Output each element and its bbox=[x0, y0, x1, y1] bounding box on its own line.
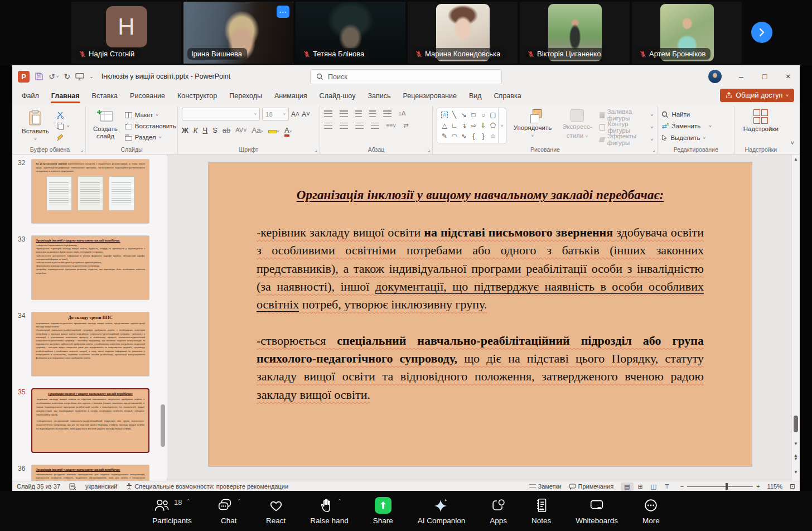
scroll-down-icon[interactable]: ▼ bbox=[792, 441, 800, 446]
start-slideshow-button[interactable] bbox=[75, 73, 84, 81]
share-button[interactable]: Share bbox=[373, 497, 393, 525]
columns-button[interactable]: ≡≡˅ bbox=[386, 123, 397, 129]
increase-indent-button[interactable] bbox=[369, 110, 376, 117]
grow-font-button[interactable]: A˄ bbox=[291, 110, 299, 118]
zoom-track[interactable] bbox=[687, 486, 753, 487]
scroll-up-icon[interactable]: ▲ bbox=[792, 157, 800, 162]
align-right-button[interactable] bbox=[355, 123, 364, 129]
react-button[interactable]: React bbox=[266, 497, 286, 525]
shape-glyph[interactable]: { bbox=[472, 132, 475, 140]
slide-canvas[interactable]: Організація інклюзії у вищому навчальном… bbox=[209, 162, 752, 466]
language-indicator[interactable]: украинский bbox=[85, 483, 117, 490]
shape-glyph[interactable]: △ bbox=[442, 122, 447, 129]
cut-button[interactable] bbox=[56, 109, 70, 120]
slide-sorter-view-button[interactable]: ⊞ bbox=[635, 482, 646, 491]
tab-запись[interactable]: Запись bbox=[361, 89, 397, 103]
italic-button[interactable]: К bbox=[194, 126, 198, 134]
tab-рецензирование[interactable]: Рецензирование bbox=[397, 89, 463, 103]
tab-анимация[interactable]: Анимация bbox=[268, 89, 313, 103]
change-case-button[interactable]: Аа˅ bbox=[252, 126, 264, 134]
tab-главная[interactable]: Главная bbox=[45, 89, 86, 103]
shape-glyph[interactable]: ⬠ bbox=[490, 122, 496, 129]
select-button[interactable]: Выделить˅ bbox=[661, 133, 711, 143]
shape-effects-button[interactable]: Эффекты фигуры˅ bbox=[600, 134, 654, 145]
highlight-color-button[interactable]: ˅ bbox=[268, 126, 279, 134]
reset-slide-button[interactable]: Восстановить bbox=[125, 120, 176, 132]
next-page-arrow-button[interactable] bbox=[751, 22, 772, 43]
collapse-ribbon-button[interactable]: ˅ bbox=[791, 139, 794, 146]
zoom-thumb[interactable] bbox=[726, 483, 728, 490]
close-button[interactable]: × bbox=[776, 65, 800, 88]
copy-button[interactable]: ˅ bbox=[56, 120, 70, 132]
bullets-button[interactable] bbox=[324, 110, 332, 117]
new-slide-button[interactable]: Создать слайд bbox=[90, 108, 121, 144]
raise-hand-button[interactable]: ⌃Raise hand bbox=[310, 497, 348, 525]
more-button[interactable]: More bbox=[642, 497, 660, 525]
participant-tile[interactable]: ННадія Стогній bbox=[71, 2, 181, 64]
replace-button[interactable]: ⇄b Заменить˅ bbox=[661, 121, 711, 131]
tab-вставка[interactable]: Вставка bbox=[86, 89, 124, 103]
shape-glyph[interactable]: □ bbox=[472, 111, 476, 119]
tab-справка[interactable]: Справка bbox=[488, 89, 528, 103]
shape-glyph[interactable]: ⇨ bbox=[471, 122, 476, 129]
qat-overflow-button[interactable]: ⌄ bbox=[89, 74, 94, 79]
shape-glyph[interactable]: ∟ bbox=[451, 122, 458, 129]
slide-thumbnail[interactable]: Організація інклюзії у вищому навчальном… bbox=[31, 235, 149, 300]
shape-outline-button[interactable]: Контур фигуры˅ bbox=[600, 122, 654, 133]
font-size-combo[interactable]: 18˅ bbox=[262, 108, 289, 120]
spellcheck-status[interactable] bbox=[69, 483, 76, 490]
apps-button[interactable]: Apps bbox=[490, 497, 507, 525]
redo-button[interactable]: ↻ bbox=[64, 72, 70, 81]
participant-tile[interactable]: Артем Бронніков bbox=[632, 2, 742, 64]
save-button[interactable] bbox=[35, 72, 44, 81]
zoom-level[interactable]: 115% bbox=[767, 483, 782, 490]
decrease-indent-button[interactable] bbox=[355, 110, 362, 117]
bold-button[interactable]: Ж bbox=[182, 126, 188, 134]
line-spacing-button[interactable] bbox=[383, 110, 392, 117]
font-name-combo[interactable]: ˅ bbox=[182, 108, 260, 120]
shape-glyph[interactable]: ○ bbox=[481, 111, 485, 119]
shape-glyph[interactable]: ☆ bbox=[490, 132, 496, 140]
tab-конструктор[interactable]: Конструктор bbox=[171, 89, 223, 103]
account-avatar[interactable] bbox=[708, 70, 722, 83]
paste-button[interactable]: Вставить ˅ bbox=[18, 108, 52, 144]
comments-toggle[interactable]: Примечания bbox=[569, 483, 614, 490]
convert-smartart-button[interactable]: ⇄ bbox=[403, 122, 408, 129]
find-button[interactable]: Найти bbox=[661, 109, 711, 119]
slide-thumbnail[interactable]: До складу групи ППСзалучаються науково-п… bbox=[31, 312, 149, 376]
participants-button[interactable]: 18⌃Participants bbox=[152, 497, 192, 525]
slide-thumbnail[interactable]: Організація інклюзії у вищому навчальном… bbox=[31, 465, 149, 481]
slide-thumbnail[interactable]: Організація інклюзії у вищому навчальном… bbox=[31, 388, 149, 453]
slide-number-indicator[interactable]: Слайд 35 из 37 bbox=[17, 483, 60, 490]
zoom-slider[interactable]: − + bbox=[680, 483, 760, 490]
tile-more-button[interactable]: ⋯ bbox=[277, 6, 289, 18]
slideshow-view-button[interactable]: ⊤ bbox=[661, 482, 673, 491]
participant-tile[interactable]: Ірина Вишнева⋯ bbox=[183, 2, 293, 64]
layout-button[interactable]: Макет˅ bbox=[125, 109, 176, 120]
underline-button[interactable]: Ч bbox=[202, 126, 207, 134]
tab-переходы[interactable]: Переходы bbox=[223, 89, 268, 103]
strikethrough-button[interactable]: ab bbox=[223, 126, 230, 134]
shape-glyph[interactable]: ✎ bbox=[442, 132, 447, 140]
shape-glyph[interactable]: } bbox=[482, 132, 485, 140]
arrange-button[interactable]: Упорядочить ˅ bbox=[510, 108, 555, 144]
shape-glyph[interactable]: ╲ bbox=[452, 111, 456, 119]
participant-tile[interactable]: Марина Колендовська bbox=[408, 2, 518, 64]
quick-styles-button[interactable]: Экспресс- стили ˅ bbox=[559, 108, 596, 144]
tab-вид[interactable]: Вид bbox=[463, 89, 488, 103]
zoom-in-button[interactable]: + bbox=[756, 483, 760, 490]
chat-button[interactable]: ⌃Chat bbox=[216, 497, 241, 525]
shapes-gallery-more-button[interactable]: ˅ bbox=[498, 108, 506, 143]
notes-toggle[interactable]: Заметки bbox=[529, 483, 562, 490]
align-center-button[interactable] bbox=[340, 123, 348, 129]
shape-glyph[interactable]: ▢ bbox=[490, 111, 496, 119]
editor-scrollbar[interactable]: ▲ ▼ ▲▼ ▼ bbox=[791, 155, 800, 481]
minimize-button[interactable]: – bbox=[729, 65, 753, 88]
text-direction-button[interactable]: ↕A bbox=[399, 110, 406, 117]
chevron-up-icon[interactable]: ⌃ bbox=[337, 498, 342, 504]
section-button[interactable]: Раздел˅ bbox=[125, 132, 176, 143]
align-left-button[interactable] bbox=[324, 123, 332, 129]
font-color-button[interactable]: A˅ bbox=[284, 126, 292, 134]
chevron-up-icon[interactable]: ⌃ bbox=[237, 498, 241, 504]
whiteboards-button[interactable]: Whiteboards bbox=[576, 497, 618, 525]
